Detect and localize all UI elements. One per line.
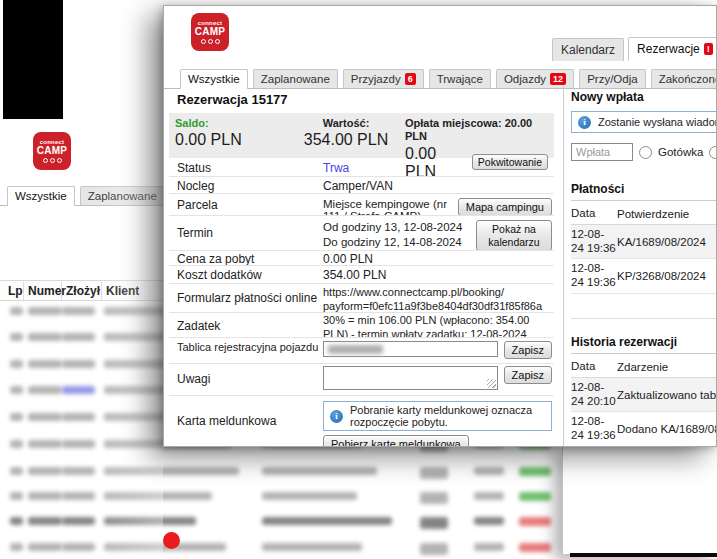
blurred-cell (519, 543, 551, 552)
zadatek-label: Zadatek (169, 313, 321, 337)
blurred-cell (62, 492, 95, 500)
payment-amount-input[interactable] (571, 143, 633, 161)
right-panel: Nowy wpłata i Zostanie wysłana wiadomość… (563, 86, 717, 447)
reservation-window: connect CAMP Kalendarz Rezerwacje! Rabat… (163, 5, 717, 447)
termin-from: Od godziny 13, 12-08-2024 (323, 221, 462, 233)
blurred-cell (420, 517, 448, 529)
history-event: Dodano KA/1689/08/2024 o wartości (617, 415, 717, 443)
karta-info-text: Pobranie karty meldunkowej oznacza rozpo… (350, 404, 545, 428)
status-value[interactable]: Trwa (321, 158, 554, 176)
blurred-cell (62, 467, 95, 475)
mapa-campingu-button[interactable]: Mapa campingu (458, 198, 552, 216)
blurred-cell (474, 492, 504, 500)
koszt-value: 354.00 PLN (321, 266, 554, 283)
tab-kalendarz[interactable]: Kalendarz (552, 38, 624, 61)
nocleg-value: Camper/VAN (321, 177, 554, 193)
blurred-cell (28, 386, 62, 394)
uwagi-label: Uwagi (169, 364, 321, 395)
nocleg-label: Nocleg (169, 177, 321, 193)
uwagi-textarea[interactable] (323, 366, 498, 390)
tab-rezerwacje[interactable]: Rezerwacje! (628, 37, 717, 61)
payment-date: 12-08-24 19:36 (571, 228, 617, 256)
row-uwagi: Uwagi Zapisz (169, 364, 554, 396)
blurred-cell (104, 517, 196, 525)
payment-url-line1[interactable]: https://www.connectcamp.pl/booking/ (323, 286, 504, 298)
row-nocleg: Nocleg Camper/VAN (169, 177, 554, 194)
payment-date: 12-08-24 19:36 (571, 262, 617, 290)
blurred-cell (62, 307, 95, 315)
payments-table: Data Potwierdzenie 12-08-24 19:36 KA/168… (571, 204, 717, 319)
blurred-cell (262, 543, 362, 551)
blurred-cell (420, 492, 448, 504)
radio-cash[interactable] (639, 146, 652, 159)
blurred-cell (28, 543, 62, 551)
blurred-cell (474, 467, 504, 475)
payment-row[interactable]: 12-08-24 19:36 KA/1689/08/2024 (571, 225, 717, 260)
payment-url-line2[interactable]: payform=f0efc11a9f3be8404df30df31f85f86a (323, 300, 542, 312)
blurred-cell (62, 333, 95, 341)
blurred-cell (10, 467, 23, 475)
tab-trwajace[interactable]: Trwające (429, 69, 491, 88)
parcela-label: Parcela (169, 194, 321, 215)
blurred-cell (10, 440, 23, 448)
tab-zaplanowane[interactable]: Zaplanowane (253, 69, 338, 88)
blurred-cell (10, 360, 23, 368)
info-icon: i (330, 410, 343, 423)
blurred-cell (420, 467, 448, 479)
blurred-cell (28, 333, 62, 341)
tab-przyjazdy[interactable]: Przyjazdy6 (343, 69, 424, 88)
history-table: Data Zdarzenie 12-08-24 20:10 Zaktualizo… (571, 357, 717, 447)
blurred-cell (62, 386, 95, 394)
tablica-zapisz-button[interactable]: Zapisz (504, 341, 552, 359)
tab-odjazdy-label: Odjazdy (504, 73, 546, 85)
blurred-cell (10, 543, 23, 551)
payments-title: Płatności (571, 182, 717, 201)
karta-label: Karta meldunkowa (169, 396, 321, 447)
blurred-cell (10, 413, 23, 421)
blurred-cell (62, 360, 95, 368)
blurred-cell (10, 492, 23, 500)
payment-doc: KP/3268/08/2024 (617, 262, 717, 290)
history-date: 12-08-24 19:36 (571, 415, 617, 443)
pokaz-na-kalendarzu-button[interactable]: Pokaż na kalendarzu (476, 220, 552, 251)
blurred-cell (519, 517, 551, 526)
reservation-details: Status Trwa Nocleg Camper/VAN Parcela Mi… (169, 158, 554, 447)
payment-row[interactable]: 12-08-24 19:36 KP/3268/08/2024 (571, 259, 717, 294)
blurred-cell (28, 307, 62, 315)
blurred-cell (28, 413, 62, 421)
rezerwacje-badge: ! (704, 43, 713, 55)
blurred-plate-value (328, 345, 383, 354)
row-termin: Termin Od godziny 13, 12-08-2024 Do godz… (169, 216, 554, 251)
blurred-cell (262, 517, 392, 525)
resize-handle[interactable] (487, 379, 496, 388)
row-tablica: Tablica rejestracyjna pojazdu Zapisz (169, 338, 554, 364)
pobierz-karte-button[interactable]: Pobierz kartę meldunkową (323, 435, 469, 447)
blurred-cell (28, 517, 62, 525)
row-cena: Cena za pobyt 0.00 PLN (169, 251, 554, 266)
screen: connect CAMP Wszystkie Zaplanowane Przyj… (0, 0, 717, 559)
tab-wszystkie[interactable]: Wszystkie (180, 69, 248, 89)
parcela-value: Miejsce kempingowe (nr 111 / Strefa CAMP… (323, 198, 452, 216)
new-payment-info-box: i Zostanie wysłana wiadomość (571, 111, 717, 133)
license-plate-input[interactable] (323, 341, 498, 357)
right-panel-extension (562, 447, 717, 554)
info-icon: i (578, 116, 591, 129)
history-row[interactable]: 12-08-24 20:10 Zaktualizowano tablicę re… (571, 378, 717, 413)
blurred-cell (10, 307, 23, 315)
uwagi-zapisz-button[interactable]: Zapisz (504, 366, 552, 384)
main-nav-tabs: Kalendarz Rezerwacje! Rabaty (552, 37, 717, 61)
radio-card[interactable] (709, 146, 717, 159)
odjazdy-badge: 12 (550, 73, 566, 85)
blurred-cell (62, 440, 95, 448)
blurred-cell (10, 333, 23, 341)
zadatek-value: 30% = min 106.00 PLN (wpłacono: 354.00 P… (321, 313, 554, 337)
history-header: Data Zdarzenie (571, 357, 717, 378)
oplata-label: Opłata miejscowa: 20.00 PLN (405, 117, 548, 142)
blurred-cell (420, 543, 448, 555)
blurred-cell (62, 543, 95, 551)
blurred-cell (474, 517, 504, 525)
history-row[interactable]: 12-08-24 19:36 Dodano KA/1689/08/2024 o … (571, 412, 717, 447)
blurred-cell (104, 492, 212, 500)
reservation-filter-tabs: Wszystkie Zaplanowane Przyjazdy6 Trwając… (164, 62, 717, 89)
tab-przyjazdy-label: Przyjazdy (351, 73, 401, 85)
